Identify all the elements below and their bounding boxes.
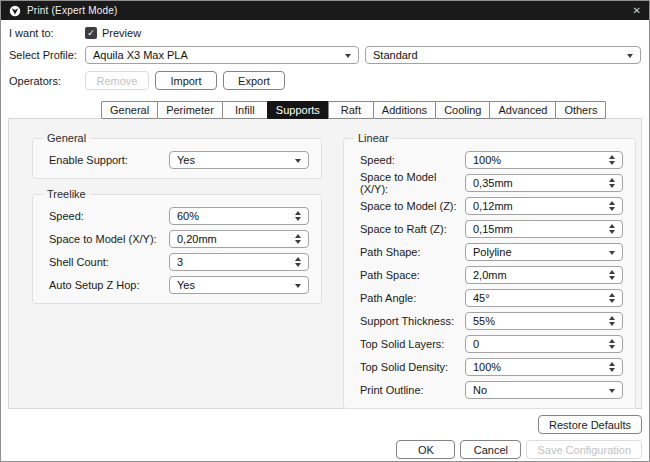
treelike-speed-spinbox[interactable]: 60% (169, 207, 309, 225)
setting-label: Top Solid Density: (360, 361, 465, 373)
setting-label: Space to Model (X/Y): (360, 171, 465, 195)
treelike-group-legend: Treelike (43, 188, 90, 200)
setting-label: Space to Model (Z): (360, 200, 465, 212)
spinner-down-icon[interactable] (609, 345, 615, 349)
spinner-arrows (609, 359, 617, 375)
spinner-arrows (295, 254, 303, 270)
spinner-arrows (609, 175, 617, 191)
chevron-down-icon (295, 284, 301, 288)
tab-general[interactable]: General (101, 101, 158, 119)
setting-row: Space to Raft (Z): 0,15mm (360, 217, 623, 240)
setting-row: Path Space: 2,0mm (360, 263, 623, 286)
linear-space-to-model-xy-spinbox[interactable]: 0,35mm (465, 174, 623, 192)
cancel-button[interactable]: Cancel (460, 440, 521, 459)
setting-row: Support Thickness: 55% (360, 309, 623, 332)
enable-support-dropdown[interactable]: Yes (169, 151, 309, 169)
supports-tab-panel: General Enable Support: Yes Treelike Spe… (8, 118, 642, 409)
quality-dropdown[interactable]: Standard (365, 46, 641, 64)
tab-infill[interactable]: Infill (222, 101, 268, 119)
spinner-down-icon[interactable] (609, 161, 615, 165)
linear-speed-spinbox[interactable]: 100% (465, 151, 623, 169)
spinner-down-icon[interactable] (609, 184, 615, 188)
profile-label: Select Profile: (9, 49, 85, 61)
setting-row: Space to Model (X/Y): 0,20mm (49, 227, 309, 250)
spinner-down-icon[interactable] (609, 276, 615, 280)
spinner-arrows (609, 336, 617, 352)
titlebar[interactable]: Print (Expert Mode) ✕ (1, 1, 649, 20)
tab-others[interactable]: Others (555, 101, 606, 119)
setting-row: Top Solid Layers: 0 (360, 332, 623, 355)
tab-advanced[interactable]: Advanced (489, 101, 556, 119)
spinner-up-icon[interactable] (609, 201, 615, 205)
spinner-up-icon[interactable] (609, 316, 615, 320)
setting-row: Top Solid Density: 100% (360, 355, 623, 378)
tab-additions[interactable]: Additions (373, 101, 436, 119)
app-logo-icon (9, 5, 21, 17)
tab-supports[interactable]: Supports (267, 101, 329, 119)
shell-count-spinbox[interactable]: 3 (169, 253, 309, 271)
spinner-down-icon[interactable] (295, 240, 301, 244)
spinner-up-icon[interactable] (609, 270, 615, 274)
tab-cooling[interactable]: Cooling (435, 101, 490, 119)
operators-label: Operators: (9, 75, 85, 87)
top-solid-layers-spinbox[interactable]: 0 (465, 335, 623, 353)
spinner-down-icon[interactable] (609, 230, 615, 234)
import-button[interactable]: Import (155, 71, 217, 90)
chevron-down-icon (295, 159, 301, 163)
spinner-down-icon[interactable] (295, 217, 301, 221)
support-thickness-spinbox[interactable]: 55% (465, 312, 623, 330)
print-outline-dropdown[interactable]: No (465, 381, 623, 399)
path-angle-spinbox[interactable]: 45° (465, 289, 623, 307)
spinner-up-icon[interactable] (295, 211, 301, 215)
path-space-spinbox[interactable]: 2,0mm (465, 266, 623, 284)
setting-row: Enable Support: Yes (49, 148, 309, 171)
spinner-down-icon[interactable] (609, 368, 615, 372)
operators-row: Operators: Remove Import Export (9, 71, 641, 90)
setting-row: Speed: 60% (49, 204, 309, 227)
spinner-up-icon[interactable] (609, 155, 615, 159)
spinner-down-icon[interactable] (609, 207, 615, 211)
ok-button[interactable]: OK (396, 440, 455, 459)
setting-label: Speed: (49, 210, 169, 222)
spinner-arrows (609, 313, 617, 329)
spinner-up-icon[interactable] (609, 293, 615, 297)
setting-row: Speed: 100% (360, 148, 623, 171)
remove-button: Remove (85, 71, 149, 90)
spinner-down-icon[interactable] (295, 263, 301, 267)
top-solid-density-spinbox[interactable]: 100% (465, 358, 623, 376)
spinner-arrows (609, 221, 617, 237)
setting-row: Auto Setup Z Hop: Yes (49, 273, 309, 296)
linear-space-to-model-z-spinbox[interactable]: 0,12mm (465, 197, 623, 215)
spinner-up-icon[interactable] (609, 362, 615, 366)
spinner-down-icon[interactable] (609, 322, 615, 326)
header-form: I want to: ✓ Preview Select Profile: Aqu… (1, 20, 649, 99)
auto-setup-z-hop-dropdown[interactable]: Yes (169, 276, 309, 294)
general-group: General Enable Support: Yes (32, 132, 322, 179)
path-shape-dropdown[interactable]: Polyline (465, 243, 623, 261)
spinner-down-icon[interactable] (609, 299, 615, 303)
general-group-legend: General (43, 132, 90, 144)
spinner-up-icon[interactable] (609, 224, 615, 228)
close-icon[interactable]: ✕ (625, 5, 641, 16)
setting-label: Enable Support: (49, 154, 169, 166)
profile-dropdown[interactable]: Aquila X3 Max PLA (85, 46, 359, 64)
setting-label: Path Space: (360, 269, 465, 281)
tab-raft[interactable]: Raft (328, 101, 374, 119)
spinner-up-icon[interactable] (295, 234, 301, 238)
preview-checkbox[interactable]: ✓ (85, 27, 97, 39)
spinner-arrows (295, 231, 303, 247)
setting-label: Space to Raft (Z): (360, 223, 465, 235)
export-button[interactable]: Export (223, 71, 285, 90)
spinner-up-icon[interactable] (609, 178, 615, 182)
setting-label: Speed: (360, 154, 465, 166)
setting-row: Space to Model (X/Y): 0,35mm (360, 171, 623, 194)
setting-label: Print Outline: (360, 384, 465, 396)
chevron-down-icon (345, 54, 351, 58)
spinner-up-icon[interactable] (609, 339, 615, 343)
tab-perimeter[interactable]: Perimeter (157, 101, 223, 119)
linear-space-to-raft-z-spinbox[interactable]: 0,15mm (465, 220, 623, 238)
setting-label: Top Solid Layers: (360, 338, 465, 350)
spinner-arrows (295, 208, 303, 224)
spinner-up-icon[interactable] (295, 257, 301, 261)
treelike-space-to-model-xy-spinbox[interactable]: 0,20mm (169, 230, 309, 248)
